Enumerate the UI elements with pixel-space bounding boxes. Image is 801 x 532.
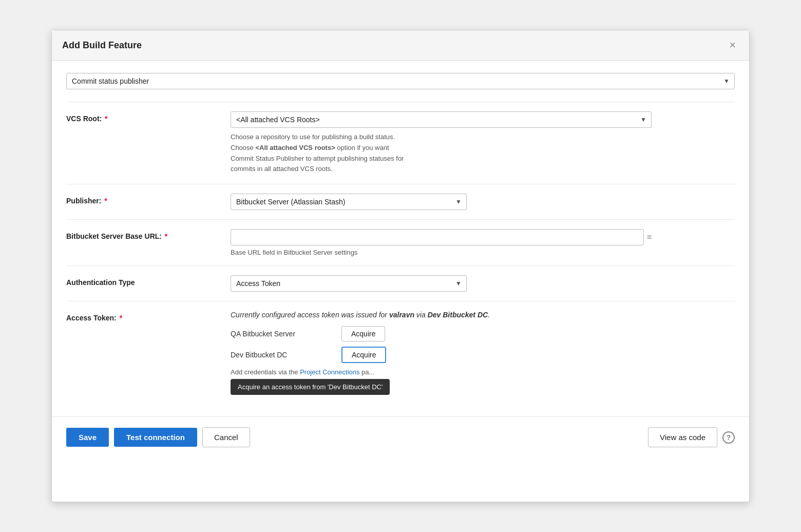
access-token-description: Currently configured access token was is… bbox=[231, 311, 735, 319]
auth-type-row: Authentication Type Access TokenPassword… bbox=[66, 265, 735, 301]
token-row-dev: Dev Bitbucket DC Acquire bbox=[231, 347, 735, 363]
save-button[interactable]: Save bbox=[66, 428, 109, 447]
feature-type-select-wrapper: Commit status publisher ▼ bbox=[66, 73, 735, 89]
acquire-qa-button[interactable]: Acquire bbox=[341, 326, 385, 341]
dialog-header: Add Build Feature × bbox=[52, 30, 749, 61]
feature-type-select[interactable]: Commit status publisher bbox=[66, 73, 735, 89]
auth-type-content: Access TokenPassword ▼ bbox=[231, 275, 735, 292]
close-button[interactable]: × bbox=[726, 39, 739, 52]
base-url-input[interactable] bbox=[231, 229, 644, 245]
vcs-root-required-mark: * bbox=[103, 115, 107, 123]
publisher-select-wrapper: Bitbucket Server (Atlassian Stash) ▼ bbox=[231, 194, 467, 210]
base-url-label: Bitbucket Server Base URL: * bbox=[66, 229, 231, 240]
publisher-select[interactable]: Bitbucket Server (Atlassian Stash) bbox=[231, 194, 467, 210]
qa-server-name: QA Bitbucket Server bbox=[231, 330, 333, 338]
auth-type-select[interactable]: Access TokenPassword bbox=[231, 275, 467, 292]
vcs-root-select[interactable]: <All attached VCS Roots> bbox=[231, 111, 652, 128]
project-connections-hint: Add credentials via the Project Connecti… bbox=[231, 368, 735, 376]
access-token-connection: Dev Bitbucket DC bbox=[428, 311, 488, 319]
base-url-required-mark: * bbox=[163, 232, 167, 240]
vcs-root-hint: Choose a repository to use for publishin… bbox=[231, 132, 735, 175]
dialog: Add Build Feature × Commit status publis… bbox=[51, 30, 750, 502]
acquire-tooltip: Acquire an access token from 'Dev Bitbuc… bbox=[231, 379, 390, 395]
auth-type-label: Authentication Type bbox=[66, 275, 231, 287]
help-icon[interactable]: ? bbox=[722, 431, 735, 444]
vcs-root-select-wrapper: <All attached VCS Roots> ▼ bbox=[231, 111, 652, 128]
vcs-hint-bold: <All attached VCS roots> bbox=[255, 144, 335, 151]
publisher-label: Publisher: * bbox=[66, 194, 231, 205]
publisher-content: Bitbucket Server (Atlassian Stash) ▼ bbox=[231, 194, 735, 210]
access-token-required-mark: * bbox=[118, 314, 122, 322]
publisher-row: Publisher: * Bitbucket Server (Atlassian… bbox=[66, 184, 735, 219]
base-url-row: Bitbucket Server Base URL: * ≡ Base URL … bbox=[66, 219, 735, 265]
publisher-required-mark: * bbox=[102, 197, 107, 205]
auth-type-select-wrapper: Access TokenPassword ▼ bbox=[231, 275, 467, 292]
dialog-footer: Save Test connection Cancel View as code… bbox=[52, 416, 749, 458]
access-token-content: Currently configured access token was is… bbox=[231, 311, 735, 395]
dev-server-name: Dev Bitbucket DC bbox=[231, 351, 333, 359]
access-token-section: Currently configured access token was is… bbox=[231, 311, 735, 395]
access-token-label: Access Token: * bbox=[66, 311, 231, 322]
url-input-row: ≡ bbox=[231, 229, 652, 245]
test-connection-button[interactable]: Test connection bbox=[114, 428, 197, 447]
token-row-qa: QA Bitbucket Server Acquire bbox=[231, 326, 735, 341]
dialog-body: Commit status publisher ▼ VCS Root: * <A… bbox=[52, 61, 749, 404]
project-connections-link[interactable]: Project Connections bbox=[300, 368, 359, 376]
vcs-root-row: VCS Root: * <All attached VCS Roots> ▼ C… bbox=[66, 102, 735, 184]
dialog-title: Add Build Feature bbox=[62, 40, 142, 51]
vcs-root-content: <All attached VCS Roots> ▼ Choose a repo… bbox=[231, 111, 735, 175]
access-token-user: valravn bbox=[389, 311, 414, 319]
feature-type-row: Commit status publisher ▼ bbox=[66, 73, 735, 89]
footer-right: View as code ? bbox=[648, 427, 735, 447]
cancel-button[interactable]: Cancel bbox=[202, 427, 250, 447]
vcs-root-label: VCS Root: * bbox=[66, 111, 231, 123]
acquire-dev-button[interactable]: Acquire bbox=[341, 347, 386, 363]
url-params-icon[interactable]: ≡ bbox=[647, 233, 652, 242]
view-as-code-button[interactable]: View as code bbox=[648, 427, 717, 447]
base-url-hint: Base URL field in Bitbucket Server setti… bbox=[231, 249, 735, 256]
access-token-row: Access Token: * Currently configured acc… bbox=[66, 301, 735, 404]
base-url-content: ≡ Base URL field in Bitbucket Server set… bbox=[231, 229, 735, 256]
